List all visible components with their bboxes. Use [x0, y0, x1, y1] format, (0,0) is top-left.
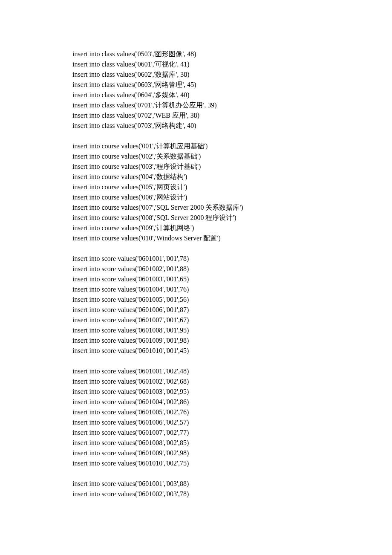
sql-line: insert into score values('0601004','001'…	[72, 284, 320, 295]
sql-line: insert into score values('0601002','003'…	[72, 489, 320, 499]
sql-line: insert into score values('0601004','002'…	[72, 397, 320, 407]
sql-line: insert into class values('0601','可视化', 4…	[72, 59, 320, 69]
sql-line: insert into class values('0702','WEB 应用'…	[72, 110, 320, 121]
sql-line: insert into course values('004','数据结构')	[72, 172, 320, 182]
sql-block: insert into class values('0503','图形图像', …	[72, 49, 320, 131]
sql-line: insert into score values('0601003','002'…	[72, 387, 320, 397]
sql-line: insert into course values('001','计算机应用基础…	[72, 141, 320, 151]
sql-line: insert into score values('0601005','002'…	[72, 407, 320, 417]
sql-line: insert into course values('009','计算机网络')	[72, 223, 320, 233]
sql-block: insert into score values('0601001','003'…	[72, 479, 320, 499]
sql-line: insert into score values('0601007','001'…	[72, 315, 320, 325]
sql-line: insert into class values('0604','多媒体', 4…	[72, 90, 320, 100]
sql-line: insert into class values('0603','网络管理', …	[72, 80, 320, 90]
sql-line: insert into score values('0601002','002'…	[72, 376, 320, 387]
sql-line: insert into class values('0503','图形图像', …	[72, 49, 320, 59]
document-content: insert into class values('0503','图形图像', …	[72, 49, 320, 499]
sql-line: insert into score values('0601002','001'…	[72, 264, 320, 274]
sql-line: insert into course values('010','Windows…	[72, 233, 320, 243]
sql-line: insert into score values('0601003','001'…	[72, 274, 320, 284]
sql-block: insert into score values('0601001','001'…	[72, 254, 320, 356]
sql-line: insert into score values('0601001','003'…	[72, 479, 320, 489]
sql-line: insert into course values('008','SQL Ser…	[72, 213, 320, 223]
sql-line: insert into course values('005','网页设计')	[72, 182, 320, 192]
sql-line: insert into score values('0601007','002'…	[72, 428, 320, 438]
sql-line: insert into class values('0602','数据库', 3…	[72, 69, 320, 80]
sql-line: insert into class values('0701','计算机办公应用…	[72, 100, 320, 110]
sql-line: insert into class values('0703','网络构建', …	[72, 121, 320, 131]
sql-block: insert into course values('001','计算机应用基础…	[72, 141, 320, 243]
sql-line: insert into course values('003','程序设计基础'…	[72, 162, 320, 172]
sql-block: insert into score values('0601001','002'…	[72, 366, 320, 468]
sql-line: insert into course values('007','SQL Ser…	[72, 202, 320, 213]
sql-line: insert into score values('0601008','001'…	[72, 325, 320, 335]
sql-line: insert into score values('0601001','002'…	[72, 366, 320, 376]
sql-line: insert into score values('0601009','001'…	[72, 335, 320, 346]
sql-line: insert into score values('0601006','001'…	[72, 305, 320, 315]
sql-line: insert into score values('0601010','002'…	[72, 458, 320, 468]
sql-line: insert into score values('0601005','001'…	[72, 295, 320, 305]
sql-line: insert into score values('0601001','001'…	[72, 254, 320, 264]
sql-line: insert into score values('0601010','001'…	[72, 346, 320, 356]
sql-line: insert into course values('006','网站设计')	[72, 192, 320, 202]
sql-line: insert into score values('0601006','002'…	[72, 417, 320, 428]
sql-line: insert into course values('002','关系数据基础'…	[72, 151, 320, 162]
sql-line: insert into score values('0601009','002'…	[72, 448, 320, 458]
sql-line: insert into score values('0601008','002'…	[72, 438, 320, 448]
